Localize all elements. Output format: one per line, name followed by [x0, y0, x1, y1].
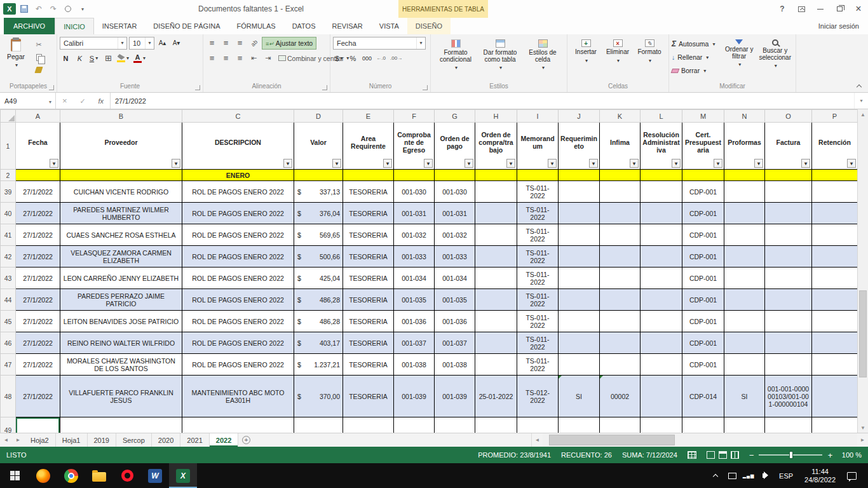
cell-M43[interactable]: CDP-001 [682, 268, 724, 289]
cell-J41[interactable] [559, 224, 600, 246]
field-header-orden-de-pago[interactable]: Orden de pago [435, 123, 475, 170]
cell-A41[interactable]: 27/1/2022 [16, 224, 60, 246]
filter-dropdown-icon[interactable] [506, 159, 515, 168]
cell-B39[interactable]: CUICHAN VICENTE RODRIGO [60, 181, 182, 203]
fill-button[interactable]: Rellenar [672, 51, 721, 63]
cell-E48[interactable]: TESORERIA [343, 376, 394, 417]
cell-C47[interactable]: ROL DE PAGOS ENERO 2022 [182, 354, 294, 376]
cell-L48[interactable] [641, 376, 682, 417]
column-letter-M[interactable]: M [682, 110, 724, 123]
scroll-down-icon[interactable] [858, 423, 868, 433]
section-cell[interactable] [812, 170, 858, 181]
ribbon-tab-datos[interactable]: DATOS [284, 18, 324, 34]
cell-K49[interactable] [600, 417, 641, 433]
cell-O39[interactable] [765, 181, 812, 203]
row-number-40[interactable]: 40 [1, 203, 16, 224]
cell-O47[interactable] [765, 354, 812, 376]
cell-O44[interactable] [765, 289, 812, 311]
cell-J46[interactable] [559, 332, 600, 354]
cell-C44[interactable]: ROL DE PAGOS ENERO 2022 [182, 289, 294, 311]
sheet-tab-hoja1[interactable]: Hoja1 [56, 433, 88, 447]
network-icon[interactable] [741, 463, 756, 488]
cell-L39[interactable] [641, 181, 682, 203]
filter-dropdown-icon[interactable] [630, 159, 639, 168]
chevron-down-icon[interactable] [45, 97, 55, 105]
cell-B44[interactable]: PAREDES PERRAZO JAIME PATRICIO [60, 289, 182, 311]
cell-B46[interactable]: REINO REINO WALTER WILFRIDO [60, 332, 182, 354]
cell-F39[interactable]: 001-030 [394, 181, 435, 203]
cell-E39[interactable]: TESORERIA [343, 181, 394, 203]
cell-B48[interactable]: VILLAFUERTE PARCO FRANKLIN JESUS [60, 376, 182, 417]
cell-D48[interactable]: $370,00 [294, 376, 343, 417]
cell-D44[interactable]: $486,28 [294, 289, 343, 311]
paste-button[interactable]: Pegar [3, 36, 29, 82]
display-tray-icon[interactable] [724, 463, 740, 488]
cell-H48[interactable]: 25-01-2022 [475, 376, 517, 417]
cell-J43[interactable] [559, 268, 600, 289]
cell-B40[interactable]: PAREDES MARTINEZ WILMER HUMBERTO [60, 203, 182, 224]
section-cell[interactable] [60, 170, 182, 181]
filter-dropdown-icon[interactable] [383, 159, 392, 168]
cell-P48[interactable] [812, 376, 858, 417]
decrease-decimal-icon[interactable] [389, 52, 403, 64]
cell-O45[interactable] [765, 311, 812, 332]
cell-F44[interactable]: 001-035 [394, 289, 435, 311]
column-letter-D[interactable]: D [294, 110, 343, 123]
cell-K48[interactable]: 00002 [600, 376, 641, 417]
align-middle-icon[interactable] [220, 37, 232, 49]
cell-B45[interactable]: LEITON BENAVIDES JOSE PATRICIO [60, 311, 182, 332]
column-letter-B[interactable]: B [60, 110, 182, 123]
page-break-view-icon[interactable] [731, 451, 739, 459]
section-cell[interactable] [343, 170, 394, 181]
section-cell[interactable] [765, 170, 812, 181]
excel-taskbar-icon[interactable] [169, 463, 197, 488]
cell-B43[interactable]: LEON CARREÑO JENNY ELIZABETH [60, 268, 182, 289]
expand-formula-bar-icon[interactable] [854, 93, 868, 109]
cell-G40[interactable]: 001-031 [435, 203, 475, 224]
cell-A40[interactable]: 27/1/2022 [16, 203, 60, 224]
format-painter-icon[interactable] [31, 65, 47, 75]
action-center-icon[interactable] [847, 472, 857, 480]
cell-O41[interactable] [765, 224, 812, 246]
volume-icon[interactable] [757, 463, 773, 488]
cell-F41[interactable]: 001-032 [394, 224, 435, 246]
section-cell[interactable] [294, 170, 343, 181]
cell-F49[interactable] [394, 417, 435, 433]
cell-F43[interactable]: 001-034 [394, 268, 435, 289]
cell-L40[interactable] [641, 203, 682, 224]
word-icon[interactable] [141, 463, 169, 488]
cell-G44[interactable]: 001-035 [435, 289, 475, 311]
ribbon-tab-archivo[interactable]: ARCHIVO [4, 18, 55, 34]
cell-E41[interactable]: TESORERIA [343, 224, 394, 246]
clear-button[interactable]: Borrar [672, 65, 721, 76]
cell-P45[interactable] [812, 311, 858, 332]
cell-E42[interactable]: TESORERIA [343, 246, 394, 268]
cell-K39[interactable] [600, 181, 641, 203]
fill-color-icon[interactable] [116, 52, 130, 64]
cell-C49[interactable] [182, 417, 294, 433]
cell-L42[interactable] [641, 246, 682, 268]
cell-M41[interactable]: CDP-001 [682, 224, 724, 246]
save-icon[interactable] [18, 3, 31, 15]
cell-L43[interactable] [641, 268, 682, 289]
cell-O48[interactable]: 001-001-000000103/001-001-000000104 [765, 376, 812, 417]
dialog-launcher-icon[interactable] [423, 85, 428, 90]
field-header-retenci-n[interactable]: Retención [812, 123, 858, 170]
cell-O40[interactable] [765, 203, 812, 224]
vertical-scroll-thumb[interactable] [859, 290, 867, 377]
bold-button[interactable]: N [60, 52, 72, 64]
column-letter-I[interactable]: I [517, 110, 559, 123]
cell-H42[interactable] [475, 246, 517, 268]
find-select-button[interactable]: Buscar y seleccionar [757, 36, 793, 82]
cell-D47[interactable]: $1.237,21 [294, 354, 343, 376]
cell-F40[interactable]: 001-031 [394, 203, 435, 224]
column-letter-E[interactable]: E [343, 110, 394, 123]
column-letter-H[interactable]: H [475, 110, 517, 123]
align-top-icon[interactable] [206, 37, 218, 49]
cell-L41[interactable] [641, 224, 682, 246]
row-number-49[interactable]: 49 [1, 417, 16, 433]
cell-N45[interactable] [724, 311, 765, 332]
filter-dropdown-icon[interactable] [801, 159, 810, 168]
column-letter-L[interactable]: L [641, 110, 682, 123]
cell-I45[interactable]: TS-011-2022 [517, 311, 559, 332]
